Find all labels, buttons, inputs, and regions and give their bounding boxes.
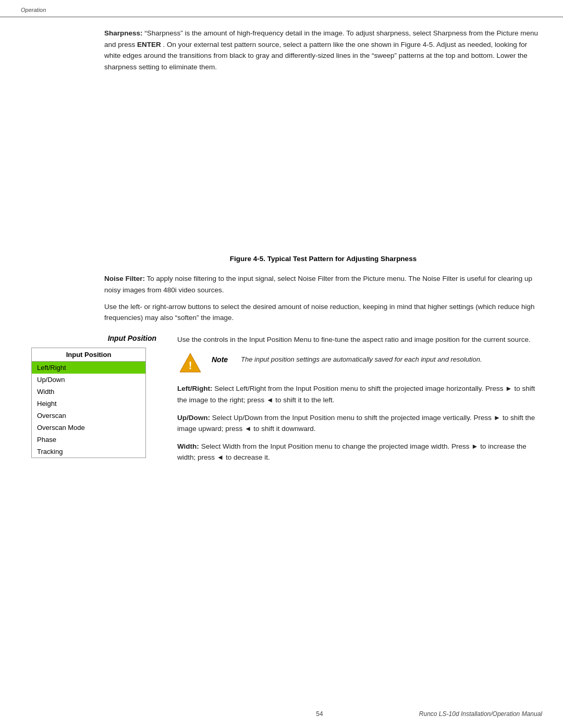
menu-item-overscan[interactable]: Overscan xyxy=(32,410,145,422)
sharpness-bold-label: Sharpness: xyxy=(104,29,143,37)
figure-caption-text: Figure 4-5. Typical Test Pattern for Adj… xyxy=(230,255,417,263)
page-container: Operation Sharpness: “Sharpness” is the … xyxy=(0,0,563,728)
input-position-menu: Input Position Left/Right Up/Down Width … xyxy=(31,348,146,458)
noise-filter-para1: Noise Filter: To apply noise filtering t… xyxy=(104,273,542,295)
note-box: ! Note The input position settings are a… xyxy=(177,352,542,375)
noise-filter-bold: Noise Filter: xyxy=(104,275,145,282)
warning-triangle-icon: ! xyxy=(179,352,202,373)
svg-text:!: ! xyxy=(189,360,192,371)
description-blocks: Left/Right: Select Left/Right from the I… xyxy=(177,383,542,463)
input-position-label: Input Position xyxy=(21,334,167,342)
width-bold: Width: xyxy=(177,442,199,450)
menu-item-width[interactable]: Width xyxy=(32,386,145,398)
menu-item-height[interactable]: Height xyxy=(32,398,145,410)
desc-updown: Up/Down: Select Up/Down from the Input P… xyxy=(177,412,542,435)
header-label: Operation xyxy=(21,7,46,13)
noise-filter-para2: Use the left- or right-arrow buttons to … xyxy=(104,301,542,324)
sharpness-section: Sharpness: “Sharpness” is the amount of … xyxy=(21,28,542,72)
note-text: The input position settings are automati… xyxy=(241,352,482,365)
leftright-text: Select Left/Right from the Input Positio… xyxy=(177,385,535,404)
input-pos-description: Use the controls in the Input Position M… xyxy=(177,334,542,346)
footer-bar: 54 Runco LS-10d Installation/Operation M… xyxy=(0,710,563,718)
desc-width: Width: Select Width from the Input Posit… xyxy=(177,441,542,463)
updown-bold: Up/Down: xyxy=(177,414,210,422)
menu-item-leftright[interactable]: Left/Right xyxy=(32,362,145,374)
footer-right-text: Runco LS-10d Installation/Operation Manu… xyxy=(419,710,542,718)
left-column: Input Position Input Position Left/Right… xyxy=(21,334,167,470)
footer-page-number: 54 xyxy=(220,710,419,718)
menu-header: Input Position xyxy=(32,348,145,362)
sharpness-text2: . On your external test pattern source, … xyxy=(104,41,528,71)
sharpness-enter: ENTER xyxy=(137,41,161,48)
figure-caption: Figure 4-5. Typical Test Pattern for Adj… xyxy=(21,255,542,263)
leftright-bold: Left/Right: xyxy=(177,385,212,392)
updown-text: Select Up/Down from the Input Position m… xyxy=(177,414,535,433)
sharpness-text: Sharpness: “Sharpness” is the amount of … xyxy=(104,28,542,72)
desc-leftright: Left/Right: Select Left/Right from the I… xyxy=(177,383,542,405)
input-position-section: Input Position Input Position Left/Right… xyxy=(21,334,542,470)
menu-item-overscan-mode[interactable]: Overscan Mode xyxy=(32,422,145,434)
note-label: Note xyxy=(212,352,232,364)
content-area: Sharpness: “Sharpness” is the amount of … xyxy=(0,17,563,480)
right-column: Use the controls in the Input Position M… xyxy=(167,334,542,470)
noise-filter-section: Noise Filter: To apply noise filtering t… xyxy=(21,273,542,323)
menu-item-tracking[interactable]: Tracking xyxy=(32,446,145,458)
header-bar: Operation xyxy=(0,0,563,17)
menu-item-phase[interactable]: Phase xyxy=(32,434,145,446)
menu-item-updown[interactable]: Up/Down xyxy=(32,374,145,386)
width-text: Select Width from the Input Position men… xyxy=(177,442,527,462)
noise-filter-text1: To apply noise filtering to the input si… xyxy=(104,275,532,294)
note-icon-container: ! xyxy=(177,352,203,375)
figure-placeholder xyxy=(21,88,542,255)
